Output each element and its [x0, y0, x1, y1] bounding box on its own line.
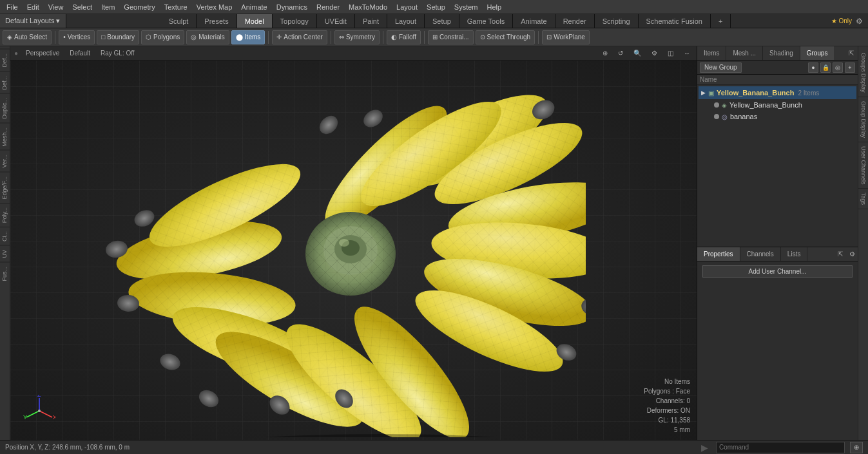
- vp-ctrl-icon-5[interactable]: ◫: [665, 49, 676, 57]
- right-vert-tab-group-display[interactable]: Group Display: [858, 97, 868, 142]
- menu-maxtomodo[interactable]: MaxToModo: [345, 2, 391, 12]
- menu-geometry[interactable]: Geometry: [120, 2, 159, 12]
- rb-settings-icon[interactable]: ⚙: [847, 251, 858, 258]
- menu-animate[interactable]: Animate: [237, 2, 271, 12]
- viewport-camera-label[interactable]: Perspective: [23, 49, 62, 57]
- menu-edit[interactable]: Edit: [23, 2, 43, 12]
- tool-vertices[interactable]: • Vertices: [59, 30, 95, 44]
- layout-tab-sculpt[interactable]: Sculpt: [161, 14, 197, 28]
- menu-view[interactable]: View: [44, 2, 68, 12]
- tool-materials[interactable]: ◎ Materials: [186, 30, 229, 44]
- status-channels: Channels: 0: [644, 396, 690, 406]
- tool-symmetry[interactable]: ⇔ Symmetry: [334, 30, 380, 44]
- menu-file[interactable]: File: [3, 2, 22, 12]
- menu-system[interactable]: System: [450, 2, 482, 12]
- settings-icon[interactable]: ⚙: [856, 17, 863, 26]
- menu-layout[interactable]: Layout: [392, 2, 421, 12]
- left-tab-9[interactable]: Fus...: [0, 262, 10, 285]
- right-vert-tab-user-channels[interactable]: User Channels: [858, 142, 868, 189]
- right-tab-items[interactable]: Items: [697, 46, 726, 60]
- command-input[interactable]: [716, 442, 845, 453]
- svg-text:X: X: [53, 414, 55, 421]
- rp-add-btn[interactable]: +: [845, 62, 855, 73]
- right-tab-mesh[interactable]: Mesh ...: [726, 46, 763, 60]
- vp-ctrl-icon-1[interactable]: ⊕: [600, 49, 610, 57]
- rp-eye-btn[interactable]: ●: [808, 62, 818, 73]
- vp-ctrl-icon-2[interactable]: ↺: [615, 49, 626, 57]
- layout-selector[interactable]: Default Layouts ▾: [0, 14, 66, 28]
- layout-tab-layout[interactable]: Layout: [387, 14, 425, 28]
- layout-tab-animate[interactable]: Animate: [513, 14, 555, 28]
- viewport-3d[interactable]: X Y Z No Items Polygons : Face Channels:…: [10, 61, 697, 440]
- layout-tab-topology[interactable]: Topology: [273, 14, 317, 28]
- right-tab-shading[interactable]: Shading: [763, 46, 800, 60]
- layout-tab-presets[interactable]: Presets: [197, 14, 236, 28]
- menu-setup[interactable]: Setup: [423, 2, 449, 12]
- menu-texture[interactable]: Texture: [160, 2, 191, 12]
- layout-tab-schematic[interactable]: Schematic Fusion: [639, 14, 711, 28]
- left-tab-0[interactable]: Def...: [0, 49, 10, 71]
- toolbar: ◈ Auto Select • Vertices □ Boundary ⬡ Po…: [0, 28, 868, 46]
- left-tab-6[interactable]: Poly...: [0, 203, 10, 227]
- tool-falloff[interactable]: ◐ Falloff: [387, 30, 421, 44]
- group-sub-item-mesh[interactable]: ◈ Yellow_Banana_Bunch: [699, 99, 856, 111]
- rp-lock-btn[interactable]: 🔒: [820, 62, 831, 73]
- svg-point-60: [38, 410, 41, 412]
- group-item-yellow-banana-bunch[interactable]: ▶ ▣ Yellow_Banana_Bunch 2 Items: [699, 86, 856, 99]
- vp-ctrl-icon-4[interactable]: ⚙: [649, 49, 660, 57]
- sub-vis-dot: [714, 102, 719, 108]
- tool-workplane[interactable]: ⊡ WorkPlane: [542, 30, 590, 44]
- right-vert-tab-tags[interactable]: Tags: [858, 189, 868, 209]
- rb-tab-channels[interactable]: Channels: [740, 247, 781, 261]
- layout-tab-uvedit[interactable]: UVEdit: [317, 14, 355, 28]
- layout-tab-setup[interactable]: Setup: [425, 14, 459, 28]
- menu-render[interactable]: Render: [313, 2, 343, 12]
- vertices-icon: •: [63, 33, 66, 41]
- tool-polygons[interactable]: ⬡ Polygons: [141, 30, 184, 44]
- layout-tab-paint[interactable]: Paint: [355, 14, 387, 28]
- tool-select-through[interactable]: ⊙ Select Through: [476, 30, 535, 44]
- layout-tab-scripting[interactable]: Scripting: [595, 14, 639, 28]
- left-tab-8[interactable]: UV: [0, 245, 10, 262]
- left-tab-2[interactable]: Duplic...: [0, 93, 10, 123]
- menu-select[interactable]: Select: [68, 2, 96, 12]
- viewport-preset-label[interactable]: Default: [67, 49, 93, 57]
- rp-render-btn[interactable]: ◎: [833, 62, 843, 73]
- right-panel-expand-icon[interactable]: ⇱: [845, 50, 858, 57]
- rb-tab-lists[interactable]: Lists: [781, 247, 808, 261]
- menu-help[interactable]: Help: [483, 2, 505, 12]
- add-user-channel-btn[interactable]: Add User Channel...: [702, 265, 853, 278]
- tool-sep-1: [55, 31, 55, 44]
- viewport-render-mode[interactable]: Ray GL: Off: [98, 49, 137, 57]
- right-top-tabs: Items Mesh ... Shading Groups ⇱: [697, 46, 858, 61]
- right-tab-groups[interactable]: Groups: [800, 46, 835, 60]
- layout-tab-game-tools[interactable]: Game Tools: [459, 14, 514, 28]
- viewport[interactable]: ● Perspective Default Ray GL: Off ⊕ ↺ 🔍 …: [10, 46, 697, 440]
- rb-expand-icon[interactable]: ⇱: [834, 251, 847, 258]
- tool-action-center[interactable]: ✛ Action Center: [272, 30, 327, 44]
- left-tab-5[interactable]: Edge/F...: [0, 172, 10, 203]
- tool-auto-select[interactable]: ◈ Auto Select: [3, 30, 52, 44]
- tool-items[interactable]: ⬤ Items: [231, 30, 265, 44]
- vp-ctrl-icon-3[interactable]: 🔍: [631, 49, 644, 57]
- svg-point-53: [186, 434, 573, 437]
- menu-item[interactable]: Item: [97, 2, 119, 12]
- command-submit-btn[interactable]: ⊕: [850, 442, 863, 453]
- layout-tab-render[interactable]: Render: [555, 14, 595, 28]
- new-group-btn[interactable]: New Group: [700, 62, 742, 73]
- menu-vertex-map[interactable]: Vertex Map: [193, 2, 236, 12]
- left-tab-4[interactable]: Ver...: [0, 150, 10, 172]
- rb-tab-properties[interactable]: Properties: [697, 247, 740, 261]
- left-tab-7[interactable]: Ci...: [0, 227, 10, 245]
- vp-ctrl-icon-6[interactable]: ↔: [681, 49, 693, 57]
- tool-constrain[interactable]: ⊞ Constrai...: [428, 30, 474, 44]
- left-tab-3[interactable]: Mesh...: [0, 123, 10, 151]
- right-vert-tab-groups-display[interactable]: Groups Display: [858, 49, 868, 97]
- layout-tab-add[interactable]: +: [711, 14, 731, 28]
- left-tab-1[interactable]: Def...: [0, 71, 10, 94]
- layout-tab-model[interactable]: Model: [237, 14, 273, 28]
- menu-dynamics[interactable]: Dynamics: [273, 2, 311, 12]
- tool-boundary[interactable]: □ Boundary: [97, 30, 139, 44]
- status-bar: Position X, Y, Z: 248.6 mm, -108.6 mm, 0…: [0, 440, 868, 454]
- group-sub-item-bananas[interactable]: ◎ bananas: [699, 111, 856, 122]
